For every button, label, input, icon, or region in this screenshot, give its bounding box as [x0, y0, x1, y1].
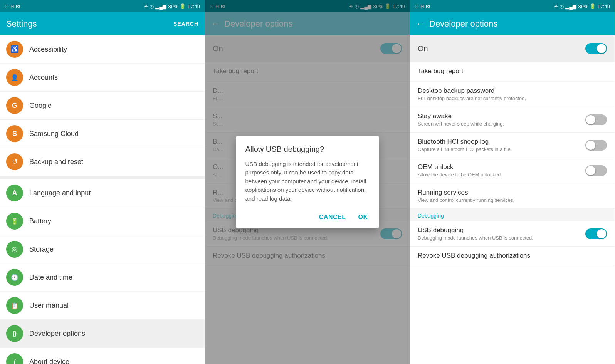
settings-item-accounts[interactable]: 👤 Accounts [0, 64, 205, 92]
bluetooth-hci-title-3: Bluetooth HCI snoop log [418, 138, 581, 146]
battery-percent-3: 89% [578, 3, 588, 9]
revoke-usb-3[interactable]: Revoke USB debugging authorizations [410, 247, 615, 266]
developer-label: Developer options [29, 330, 85, 338]
datetime-icon: 🕐 [6, 269, 23, 286]
desktop-backup-3[interactable]: Desktop backup password Full desktop bac… [410, 82, 615, 107]
usb-debugging-title-3: USB debugging [418, 226, 581, 234]
usb-debugging-toggle-3[interactable] [585, 228, 607, 239]
signal-icon-1: ▂▄▆ [155, 3, 166, 9]
developer-options-panel-clean: ⊡ ⊟ ⊠ ✳ ◷ ▂▄▆ 89% 🔋 17:49 ← Developer op… [410, 0, 615, 364]
revoke-label-3: Revoke USB debugging authorizations [418, 252, 603, 260]
google-label: Google [29, 102, 52, 110]
usb-debugging-dialog: Allow USB debugging? USB debugging is in… [236, 136, 379, 229]
usb-debugging-sub-3: Debugging mode launches when USB is conn… [418, 235, 581, 241]
on-row-3: On [410, 35, 615, 62]
settings-panel: ⊡ ⊟ ⊠ ✳ ◷ ▂▄▆ 89% 🔋 17:49 Settings SEARC… [0, 0, 205, 364]
settings-item-about[interactable]: i About device [0, 348, 205, 364]
dialog-overlay: Allow USB debugging? USB debugging is in… [205, 0, 410, 364]
dialog-body: USB debugging is intended for developmen… [245, 160, 370, 203]
settings-item-samsung-cloud[interactable]: S Samsung Cloud [0, 120, 205, 148]
toggle-thumb-3 [597, 44, 606, 53]
bluetooth-hci-sub-3: Capture all Bluetooth HCI packets in a f… [418, 146, 581, 152]
settings-item-backup[interactable]: ↺ Backup and reset [0, 148, 205, 176]
usb-toggle-thumb-3 [597, 229, 606, 238]
notification-icons-1: ⊡ ⊟ ⊠ [5, 3, 20, 9]
on-label-3: On [418, 44, 428, 53]
desktop-backup-sub-3: Full desktop backups are not currently p… [418, 96, 603, 101]
bluetooth-thumb-3 [586, 141, 595, 150]
settings-item-storage[interactable]: ◎ Storage [0, 235, 205, 263]
oem-unlock-3[interactable]: OEM unlock Allow the device to be OEM un… [410, 158, 615, 183]
developer-title-3: Developer options [429, 19, 608, 29]
language-icon: A [6, 185, 23, 201]
samsung-cloud-label: Samsung Cloud [29, 130, 79, 138]
running-services-3[interactable]: Running services View and control curren… [410, 183, 615, 209]
battery-icon-3: 🔋 [590, 3, 596, 9]
language-label: Language and input [29, 189, 91, 197]
accessibility-label: Accessibility [29, 45, 67, 54]
developer-content-3: On Take bug report Desktop backup passwo… [410, 35, 615, 364]
oem-toggle-3[interactable] [585, 165, 607, 176]
stay-awake-toggle-3[interactable] [585, 114, 607, 125]
search-button[interactable]: SEARCH [173, 21, 198, 27]
oem-unlock-title-3: OEM unlock [418, 163, 581, 171]
oem-unlock-sub-3: Allow the device to be OEM unlocked. [418, 172, 581, 178]
accounts-icon: 👤 [6, 69, 23, 86]
settings-item-google[interactable]: G Google [0, 92, 205, 120]
oem-thumb-3 [586, 166, 595, 175]
developer-toggle-3[interactable] [585, 43, 607, 54]
storage-icon: ◎ [6, 241, 23, 258]
settings-title: Settings [6, 19, 173, 29]
settings-item-accessibility[interactable]: ♿ Accessibility [0, 35, 205, 64]
battery-icon-1: 🔋 [180, 3, 186, 9]
settings-item-language[interactable]: A Language and input [0, 176, 205, 207]
battery-icon: 🔋 [6, 213, 23, 230]
time-1: 17:49 [187, 3, 200, 9]
google-icon: G [6, 97, 23, 114]
settings-toolbar: Settings SEARCH [0, 12, 205, 35]
bluetooth-hci-3[interactable]: Bluetooth HCI snoop log Capture all Blue… [410, 133, 615, 158]
take-bug-title-3: Take bug report [418, 67, 603, 75]
bluetooth-icon-3: ✳ [554, 3, 558, 9]
accounts-label: Accounts [29, 74, 58, 82]
battery-percent-1: 89% [168, 3, 178, 9]
about-icon: i [6, 353, 23, 364]
stay-awake-sub-3: Screen will never sleep while charging. [418, 121, 581, 127]
take-bug-report-3[interactable]: Take bug report [410, 62, 615, 82]
dialog-title: Allow USB debugging? [245, 145, 370, 154]
settings-item-usermanual[interactable]: 📋 User manual [0, 292, 205, 320]
developer-toolbar-3: ← Developer options [410, 12, 615, 35]
notification-icons-3: ⊡ ⊟ ⊠ [415, 3, 430, 9]
stay-awake-thumb-3 [586, 115, 595, 124]
stay-awake-3[interactable]: Stay awake Screen will never sleep while… [410, 107, 615, 133]
settings-list: ♿ Accessibility 👤 Accounts G Google S Sa… [0, 35, 205, 364]
storage-label: Storage [29, 245, 54, 253]
stay-awake-title-3: Stay awake [418, 112, 581, 120]
status-bar-1: ⊡ ⊟ ⊠ ✳ ◷ ▂▄▆ 89% 🔋 17:49 [0, 0, 205, 12]
usermanual-icon: 📋 [6, 297, 23, 314]
bluetooth-icon-1: ✳ [144, 3, 148, 9]
backup-label: Backup and reset [29, 158, 83, 166]
settings-item-developer[interactable]: {} Developer options [0, 320, 205, 348]
usb-debugging-3[interactable]: USB debugging Debugging mode launches wh… [410, 221, 615, 247]
back-arrow-3[interactable]: ← [416, 19, 425, 29]
signal-icon-3: ▂▄▆ [565, 3, 576, 9]
status-right-3: ✳ ◷ ▂▄▆ 89% 🔋 17:49 [554, 3, 610, 9]
dialog-cancel-button[interactable]: CANCEL [318, 211, 348, 224]
developer-icon: {} [6, 325, 23, 342]
accessibility-icon: ♿ [6, 41, 23, 58]
samsung-cloud-icon: S [6, 125, 23, 142]
dialog-ok-button[interactable]: OK [357, 211, 370, 224]
running-services-sub-3: View and control currently running servi… [418, 197, 603, 203]
settings-item-battery[interactable]: 🔋 Battery [0, 207, 205, 235]
alarm-icon-3: ◷ [560, 3, 564, 9]
status-bar-3: ⊡ ⊟ ⊠ ✳ ◷ ▂▄▆ 89% 🔋 17:49 [410, 0, 615, 12]
dialog-actions: CANCEL OK [245, 211, 370, 224]
backup-icon: ↺ [6, 153, 23, 170]
bluetooth-toggle-3[interactable] [585, 140, 607, 151]
status-right-1: ✳ ◷ ▂▄▆ 89% 🔋 17:49 [144, 3, 200, 9]
running-services-title-3: Running services [418, 189, 603, 196]
settings-item-datetime[interactable]: 🕐 Date and time [0, 263, 205, 292]
datetime-label: Date and time [29, 273, 72, 282]
alarm-icon-1: ◷ [150, 3, 154, 9]
